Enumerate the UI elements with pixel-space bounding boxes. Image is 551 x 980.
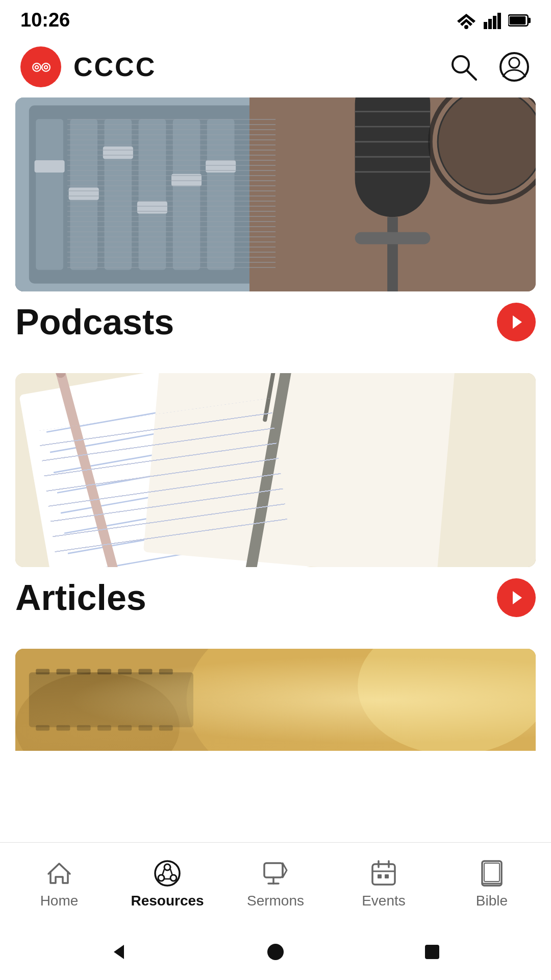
podcasts-image: [15, 97, 536, 291]
svg-rect-67: [139, 669, 153, 675]
profile-button[interactable]: [498, 51, 531, 83]
third-card[interactable]: [15, 649, 536, 751]
svg-point-2: [464, 25, 468, 29]
header: ◎◎ CCCC: [0, 36, 551, 97]
nav-item-resources[interactable]: Resources: [113, 858, 221, 909]
podcasts-card[interactable]: Podcasts: [15, 97, 536, 342]
app-logo: ◎◎: [20, 46, 61, 87]
svg-rect-63: [57, 669, 70, 675]
podcasts-arrow-button[interactable]: [497, 303, 536, 341]
svg-rect-4: [488, 19, 492, 29]
svg-rect-20: [173, 119, 201, 270]
svg-rect-24: [103, 146, 133, 159]
android-recents-button[interactable]: [419, 939, 445, 965]
svg-rect-83: [264, 863, 283, 877]
nav-label-bible: Bible: [476, 893, 508, 909]
wifi-icon: [455, 12, 478, 29]
svg-rect-17: [70, 119, 97, 270]
svg-marker-56: [513, 591, 522, 604]
svg-rect-95: [484, 863, 499, 881]
svg-rect-70: [57, 725, 70, 731]
status-icons: [455, 12, 531, 29]
svg-rect-75: [159, 725, 173, 731]
nav-item-bible[interactable]: Bible: [438, 858, 546, 909]
resources-nav-icon: [152, 858, 183, 889]
svg-rect-6: [497, 13, 501, 29]
nav-item-home[interactable]: Home: [5, 858, 113, 909]
main-content: Podcasts: [0, 97, 551, 761]
svg-rect-15: [29, 106, 262, 284]
articles-image: [15, 373, 536, 567]
android-home-button[interactable]: [263, 939, 288, 965]
svg-marker-39: [513, 315, 522, 329]
app-title: CCCC: [73, 52, 156, 82]
nav-label-resources: Resources: [131, 893, 204, 909]
android-back-button[interactable]: [106, 939, 132, 965]
svg-rect-25: [137, 201, 167, 213]
svg-rect-92: [385, 874, 389, 878]
podcasts-label: Podcasts: [15, 302, 174, 342]
svg-rect-71: [77, 725, 91, 731]
articles-background: [15, 373, 536, 567]
header-left: ◎◎ CCCC: [20, 46, 156, 87]
svg-point-97: [267, 944, 284, 960]
articles-label-row: Articles: [15, 567, 536, 618]
third-bg-svg: [15, 649, 536, 751]
nav-label-events: Events: [362, 893, 406, 909]
microphone-svg: [249, 97, 536, 291]
articles-card[interactable]: Articles: [15, 373, 536, 618]
svg-rect-69: [36, 725, 49, 731]
svg-rect-68: [159, 669, 173, 675]
search-button[interactable]: [447, 51, 480, 83]
notebook-svg: [15, 373, 536, 567]
svg-marker-96: [114, 945, 124, 959]
android-nav: [0, 924, 551, 980]
svg-point-60: [15, 672, 180, 751]
svg-rect-18: [104, 119, 132, 270]
android-home-icon: [266, 943, 285, 961]
svg-rect-16: [36, 119, 63, 270]
studio-left: [15, 97, 276, 291]
articles-arrow-button[interactable]: [497, 578, 536, 617]
svg-line-11: [467, 70, 476, 80]
back-icon: [109, 942, 129, 962]
svg-rect-62: [36, 669, 49, 675]
home-icon: [45, 860, 73, 887]
svg-rect-8: [528, 17, 531, 23]
nav-item-sermons[interactable]: Sermons: [221, 858, 330, 909]
svg-point-79: [170, 875, 177, 881]
nav-item-events[interactable]: Events: [330, 858, 438, 909]
svg-rect-9: [510, 16, 526, 24]
svg-rect-98: [425, 945, 439, 959]
events-nav-icon: [368, 858, 399, 889]
svg-rect-19: [139, 119, 166, 270]
svg-rect-23: [69, 188, 99, 200]
svg-rect-5: [493, 16, 496, 29]
svg-line-80: [162, 869, 164, 875]
svg-point-58: [187, 649, 536, 751]
nav-label-sermons: Sermons: [247, 893, 304, 909]
bible-nav-icon: [477, 858, 507, 889]
articles-label: Articles: [15, 577, 146, 618]
sermons-nav-icon: [260, 858, 291, 889]
svg-rect-26: [171, 174, 202, 186]
events-icon: [369, 859, 398, 888]
svg-rect-50: [143, 373, 456, 567]
svg-rect-72: [97, 725, 111, 731]
resources-icon: [153, 859, 182, 888]
svg-rect-61: [29, 672, 193, 727]
signal-icon: [484, 12, 502, 29]
svg-rect-64: [77, 669, 91, 675]
svg-rect-91: [378, 874, 382, 878]
home-nav-icon: [44, 858, 74, 889]
svg-rect-3: [484, 22, 487, 29]
status-time: 10:26: [20, 9, 70, 31]
svg-rect-74: [139, 725, 153, 731]
svg-rect-35: [387, 217, 398, 291]
svg-rect-27: [206, 160, 236, 173]
svg-rect-57: [15, 649, 536, 751]
battery-icon: [508, 13, 531, 28]
podcast-background: [15, 97, 536, 291]
svg-rect-73: [118, 725, 132, 731]
podcasts-label-row: Podcasts: [15, 291, 536, 342]
